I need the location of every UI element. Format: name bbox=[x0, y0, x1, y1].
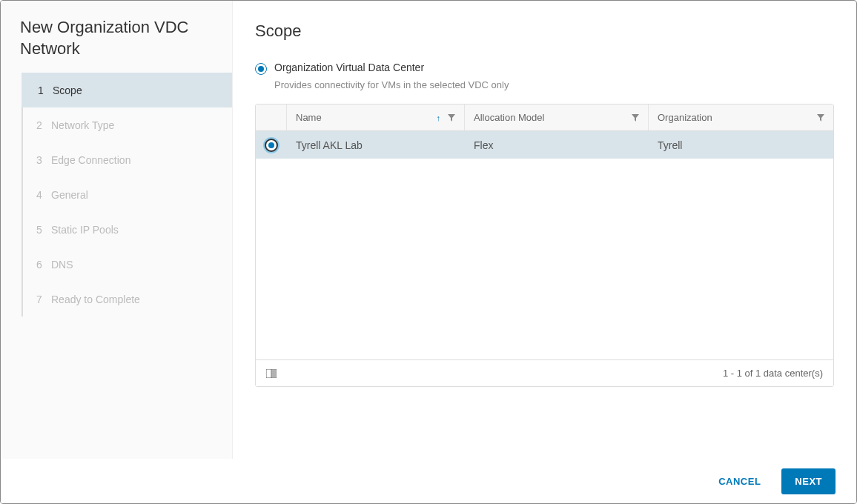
radio-description: Provides connectivity for VMs in the sel… bbox=[274, 79, 509, 90]
filter-icon[interactable] bbox=[632, 114, 639, 122]
header-name-controls: ↑ bbox=[437, 113, 456, 122]
header-model-controls bbox=[632, 114, 639, 122]
step-label: Ready to Complete bbox=[51, 294, 140, 305]
radio-label: Organization Virtual Data Center bbox=[274, 62, 509, 73]
radio-text-group: Organization Virtual Data Center Provide… bbox=[274, 62, 509, 90]
step-scope[interactable]: 1 Scope bbox=[21, 73, 232, 107]
dialog-body: New Organization VDC Network 1 Scope 2 N… bbox=[1, 1, 856, 459]
step-label: Static IP Pools bbox=[51, 224, 119, 236]
sort-ascending-icon[interactable]: ↑ bbox=[437, 113, 441, 122]
wizard-footer: CANCEL NEXT bbox=[1, 459, 856, 503]
header-name[interactable]: Name ↑ bbox=[287, 105, 465, 130]
step-general[interactable]: 4 General bbox=[23, 177, 232, 212]
step-label: Edge Connection bbox=[51, 154, 130, 166]
svg-rect-2 bbox=[272, 369, 277, 377]
cell-allocation-model: Flex bbox=[465, 139, 649, 151]
header-organization[interactable]: Organization bbox=[649, 105, 833, 130]
table-footer-count: 1 - 1 of 1 data center(s) bbox=[723, 368, 823, 379]
step-label: Scope bbox=[53, 84, 82, 96]
vdc-table: Name ↑ Allocation Model bbox=[255, 104, 834, 387]
step-number: 1 bbox=[38, 84, 53, 96]
wizard-steps: 1 Scope 2 Network Type 3 Edge Connection… bbox=[21, 73, 232, 316]
row-select-cell[interactable] bbox=[256, 139, 287, 152]
step-number: 5 bbox=[36, 224, 51, 236]
step-label: General bbox=[51, 189, 88, 201]
header-org-controls bbox=[817, 114, 824, 122]
header-allocation-model[interactable]: Allocation Model bbox=[465, 105, 649, 130]
step-number: 6 bbox=[36, 259, 51, 271]
step-static-ip-pools[interactable]: 5 Static IP Pools bbox=[23, 212, 232, 247]
table-row[interactable]: Tyrell AKL Lab Flex Tyrell bbox=[256, 131, 833, 159]
wizard-dialog: New Organization VDC Network 1 Scope 2 N… bbox=[0, 0, 857, 504]
page-title: Scope bbox=[255, 21, 834, 41]
step-label: DNS bbox=[51, 259, 73, 271]
step-ready-to-complete[interactable]: 7 Ready to Complete bbox=[23, 282, 232, 316]
step-number: 3 bbox=[36, 154, 51, 166]
table-header: Name ↑ Allocation Model bbox=[256, 105, 833, 131]
step-label: Network Type bbox=[51, 119, 114, 131]
step-number: 2 bbox=[36, 119, 51, 131]
step-network-type[interactable]: 2 Network Type bbox=[23, 107, 232, 142]
cell-organization: Tyrell bbox=[649, 139, 833, 151]
filter-icon[interactable] bbox=[448, 114, 455, 122]
cancel-button[interactable]: CANCEL bbox=[711, 470, 768, 493]
scope-org-vdc-option[interactable]: Organization Virtual Data Center Provide… bbox=[255, 62, 834, 90]
wizard-title: New Organization VDC Network bbox=[1, 17, 232, 73]
header-allocation-model-label: Allocation Model bbox=[474, 112, 544, 123]
filter-icon[interactable] bbox=[817, 114, 824, 122]
cell-name: Tyrell AKL Lab bbox=[287, 139, 465, 151]
wizard-sidebar: New Organization VDC Network 1 Scope 2 N… bbox=[1, 1, 233, 459]
header-name-label: Name bbox=[296, 112, 322, 123]
wizard-main: Scope Organization Virtual Data Center P… bbox=[233, 1, 856, 459]
step-number: 4 bbox=[36, 189, 51, 201]
columns-icon[interactable] bbox=[266, 369, 277, 378]
step-number: 7 bbox=[36, 294, 51, 305]
table-footer: 1 - 1 of 1 data center(s) bbox=[256, 359, 833, 386]
header-select-column bbox=[256, 105, 287, 130]
radio-selected-icon bbox=[255, 63, 267, 75]
radio-selected-icon bbox=[265, 139, 278, 152]
header-organization-label: Organization bbox=[658, 112, 712, 123]
step-edge-connection[interactable]: 3 Edge Connection bbox=[23, 142, 232, 177]
table-body: Tyrell AKL Lab Flex Tyrell bbox=[256, 131, 833, 359]
next-button[interactable]: NEXT bbox=[781, 468, 836, 494]
step-dns[interactable]: 6 DNS bbox=[23, 247, 232, 282]
